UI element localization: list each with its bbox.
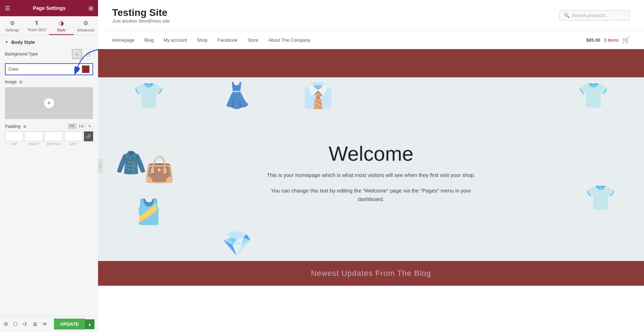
yoast-icon: Y (35, 20, 39, 26)
padding-unit-percent[interactable]: % (86, 123, 93, 129)
padding-inputs: 🔗 (5, 131, 93, 141)
hamburger-icon[interactable]: ☰ (5, 5, 10, 12)
settings-icon: ⚙ (10, 20, 15, 26)
tab-settings-label: Settings (5, 28, 19, 32)
nav-about-company[interactable]: About The Company (268, 37, 310, 43)
update-dropdown-btn[interactable]: ▲ (85, 319, 95, 329)
background-type-controls: ▪ ⬜ (72, 49, 93, 59)
padding-top-input[interactable] (5, 131, 23, 141)
style-icon: ◑ (59, 20, 64, 26)
nav-facebook[interactable]: Facebook (218, 37, 238, 43)
body-style-content: Background Type ▪ ⬜ Color 🌐 (0, 49, 98, 152)
left-sublabel: LEFT (64, 142, 83, 146)
cart-icon[interactable]: 🛒 (622, 36, 630, 44)
bottom-gear-icon[interactable]: ⚙ (4, 321, 8, 327)
collapse-panel-btn[interactable]: ‹ (98, 159, 103, 173)
bg-type-image-btn[interactable]: ⬜ (83, 49, 93, 59)
nav-blog[interactable]: Blog (145, 37, 154, 43)
panel-content: ▼ Body Style Background Type ▪ ⬜ Color (0, 35, 98, 316)
image-upload-area[interactable]: + (5, 87, 93, 119)
color-fill-icon: ▪ (76, 52, 78, 57)
grid-icon[interactable]: ⊞ (89, 5, 93, 12)
color-controls: 🌐 (74, 65, 90, 73)
panel-bottom-bar: ⚙ ⬡ ↺ 🖥 👁 UPDATE ▲ (0, 316, 98, 332)
clothing-item-8: 👕 (585, 183, 616, 212)
body-style-section-header[interactable]: ▼ Body Style (0, 35, 98, 49)
nav-store[interactable]: Store (248, 37, 259, 43)
site-title-block: Testing Site Just another WordPress site (112, 7, 170, 24)
clothing-item-7: 🎽 (133, 197, 164, 226)
padding-sublabels: TOP RIGHT BOTTOM LEFT (5, 142, 93, 146)
site-header: Testing Site Just another WordPress site… (98, 0, 644, 31)
padding-header: Padding 🖥 PX EM % (5, 123, 93, 129)
nav-shop[interactable]: Shop (197, 37, 207, 43)
color-row: Color 🌐 (5, 63, 93, 75)
background-type-label: Background Type (5, 52, 38, 57)
update-button[interactable]: UPDATE (54, 319, 85, 330)
bottom-history-icon[interactable]: ↺ (23, 321, 27, 327)
nav-links: Homepage Blog My account Shop Facebook S… (112, 37, 310, 43)
background-type-row: Background Type ▪ ⬜ (5, 49, 93, 59)
padding-unit-em[interactable]: EM (77, 123, 86, 129)
nav-homepage[interactable]: Homepage (112, 37, 135, 43)
tab-style-label: Style (57, 28, 66, 32)
left-panel: ☰ Page Settings ⊞ ⚙ Settings Y Yoast SEO… (0, 0, 98, 332)
bottom-icons: ⚙ ⬡ ↺ 🖥 👁 (4, 321, 48, 327)
panel-tabs: ⚙ Settings Y Yoast SEO ◑ Style ⚙ Advance… (0, 16, 98, 35)
padding-right-input[interactable] (25, 131, 43, 141)
nav-my-account[interactable]: My account (164, 37, 187, 43)
bottom-desktop-icon[interactable]: 🖥 (32, 321, 37, 327)
tab-settings[interactable]: ⚙ Settings (0, 16, 25, 35)
tab-yoast-label: Yoast SEO (28, 28, 46, 32)
footer-banner: Newest Updates From The Blog (98, 261, 644, 286)
site-title: Testing Site (112, 7, 170, 18)
section-collapse-arrow: ▼ (5, 40, 8, 44)
clothing-item-3: 👔 (303, 81, 333, 110)
padding-unit-group: PX EM % (68, 123, 93, 129)
color-label: Color (8, 67, 19, 72)
clothing-item-5: 🧥 (116, 148, 146, 177)
padding-bottom-input[interactable] (44, 131, 63, 141)
image-label-row: Image 🖥 (5, 79, 93, 84)
update-btn-group: UPDATE ▲ (54, 319, 95, 330)
site-tagline: Just another WordPress site (112, 18, 170, 24)
panel-title: Page Settings (33, 5, 66, 11)
padding-label: Padding (5, 124, 20, 129)
padding-unit-px[interactable]: PX (68, 123, 76, 129)
image-responsive-icon: 🖥 (19, 80, 23, 84)
globe-icon[interactable]: 🌐 (74, 66, 80, 72)
cart-area: $85.00 3 items 🛒 (586, 36, 630, 44)
clothing-items-container: 👕 👗 👔 👕 🧥 👜 🎽 👕 💎 Welcome This is your h… (98, 77, 644, 261)
footer-banner-text: Newest Updates From The Blog (311, 269, 431, 278)
search-icon: 🔍 (564, 13, 570, 18)
tab-style[interactable]: ◑ Style (49, 16, 74, 35)
bottom-eye-icon[interactable]: 👁 (42, 321, 48, 327)
cart-items: 3 items (604, 37, 619, 43)
welcome-paragraph-2: You can change this text by editing the … (265, 186, 477, 203)
hero-banner (98, 49, 644, 77)
bottom-layers-icon[interactable]: ⬡ (13, 321, 18, 327)
advanced-icon: ⚙ (83, 20, 88, 26)
color-swatch[interactable] (82, 65, 90, 73)
image-bg-icon: ⬜ (85, 52, 91, 57)
padding-row: Padding 🖥 PX EM % 🔗 (5, 123, 93, 146)
top-sublabel: TOP (5, 142, 23, 146)
padding-left-input[interactable] (64, 131, 83, 141)
bottom-sublabel: BOTTOM (44, 142, 63, 146)
site-search[interactable]: 🔍 Search products... (559, 10, 630, 20)
tab-advanced-label: Advanced (77, 28, 95, 32)
bg-type-color-btn[interactable]: ▪ (72, 49, 82, 59)
panel-header: ☰ Page Settings ⊞ (0, 0, 98, 16)
right-sublabel: RIGHT (25, 142, 43, 146)
website-area: Testing Site Just another WordPress site… (98, 0, 644, 332)
clothing-item-6: 👜 (144, 155, 175, 184)
welcome-section: Welcome This is your homepage which is w… (265, 142, 477, 211)
clothing-item-1: 👕 (133, 81, 164, 110)
clothing-item-9: 💎 (221, 229, 252, 258)
tab-advanced[interactable]: ⚙ Advanced (74, 16, 98, 35)
padding-link-btn[interactable]: 🔗 (84, 131, 93, 141)
clothing-item-2: 👗 (221, 81, 252, 110)
upload-plus-icon: + (44, 98, 54, 108)
main-content: 👕 👗 👔 👕 🧥 👜 🎽 👕 💎 Welcome This is your h… (98, 77, 644, 261)
tab-yoast[interactable]: Y Yoast SEO (25, 16, 49, 35)
